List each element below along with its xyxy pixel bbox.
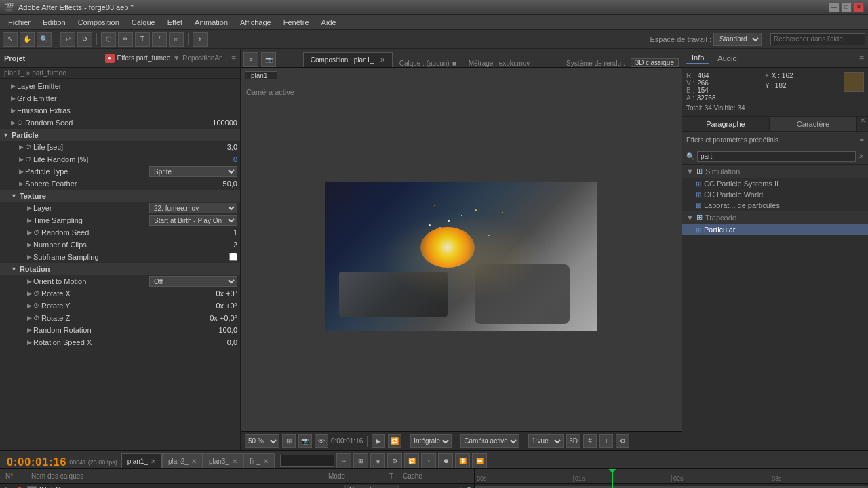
toggle-grid-btn[interactable]: # bbox=[583, 434, 597, 448]
prop-row-life-[sec][interactable]: ▶⏱Life [sec]3,0 bbox=[0, 141, 240, 153]
tl-tool-6[interactable]: ◦ bbox=[421, 453, 436, 468]
trapcode-category[interactable]: ▼ ⊞ Trapcode bbox=[682, 211, 868, 224]
timeline-search[interactable] bbox=[280, 455, 334, 467]
prop-row-rotate-y[interactable]: ▶⏱Rotate Y0x +0° bbox=[0, 300, 240, 312]
menu-aide[interactable]: Aide bbox=[316, 17, 342, 28]
quality-select[interactable]: Intégrale Moitié bbox=[410, 434, 452, 448]
paragraph-tab[interactable]: Paragraphe bbox=[682, 117, 770, 131]
prop-row-time-sampling[interactable]: ▶Time SamplingStart at Birth - Play On bbox=[0, 214, 240, 226]
prop-row-particle[interactable]: ▼ Particle bbox=[0, 129, 240, 141]
tl-tool-8[interactable]: ⏬ bbox=[455, 453, 470, 468]
tool-select[interactable]: ↖ bbox=[3, 32, 18, 47]
particular-item[interactable]: ⊞ Particular bbox=[682, 224, 868, 235]
menu-fichier[interactable]: Fichier bbox=[3, 17, 36, 28]
menu-edition[interactable]: Edition bbox=[37, 17, 71, 28]
timeline-tab-fin[interactable]: fin_ ✕ bbox=[243, 453, 275, 468]
menu-fenetre[interactable]: Fenêtre bbox=[278, 17, 315, 28]
prop-row-rotation-speed-x[interactable]: ▶Rotation Speed X0,0 bbox=[0, 336, 240, 348]
prop-checkbox[interactable] bbox=[229, 253, 237, 261]
timeline-tab-plan3[interactable]: plan3_ ✕ bbox=[203, 453, 243, 468]
comp-tab-plan1-close[interactable]: ✕ bbox=[380, 56, 385, 64]
panel-menu-icon[interactable]: ≡ bbox=[231, 54, 236, 63]
toggle-guides-btn[interactable]: + bbox=[599, 434, 613, 448]
close-button[interactable]: ✕ bbox=[853, 3, 864, 12]
effects-dropdown-icon[interactable]: ▼ bbox=[173, 54, 180, 62]
tool-move[interactable]: ✋ bbox=[20, 32, 35, 47]
tool-stamp[interactable]: ⎄ bbox=[169, 32, 184, 47]
tl-tab-plan3-close[interactable]: ✕ bbox=[232, 458, 237, 465]
audio-tab[interactable]: Audio bbox=[712, 53, 742, 64]
tl-tool-9[interactable]: ⏩ bbox=[472, 453, 487, 468]
prop-row-random-seed[interactable]: ▶⏱Random Seed1 bbox=[0, 226, 240, 239]
tl-tool-5[interactable]: 🔁 bbox=[404, 453, 419, 468]
search-clear-btn[interactable]: ✕ bbox=[859, 152, 864, 160]
help-search-input[interactable] bbox=[770, 33, 865, 45]
tl-tool-1[interactable]: ↔ bbox=[336, 453, 351, 468]
tool-puppet[interactable]: ⌖ bbox=[193, 32, 208, 47]
tl-tool-4[interactable]: ⚙ bbox=[387, 453, 402, 468]
prop-row-grid-emitter[interactable]: ▶Grid Emitter bbox=[0, 92, 240, 104]
menu-affichage[interactable]: Affichage bbox=[235, 17, 277, 28]
menu-animation[interactable]: Animation bbox=[189, 17, 233, 28]
tool-pen[interactable]: ✏ bbox=[118, 32, 133, 47]
tl-tab-fin-close[interactable]: ✕ bbox=[263, 458, 269, 465]
prop-row-rotation[interactable]: ▼ Rotation bbox=[0, 263, 240, 275]
prop-row-texture[interactable]: ▼ Texture bbox=[0, 190, 240, 202]
character-tab[interactable]: Caractère bbox=[770, 117, 857, 131]
ep-menu[interactable]: ≡ bbox=[860, 136, 864, 144]
tl-tool-3[interactable]: ◈ bbox=[370, 453, 385, 468]
views-select[interactable]: 1 vue 2 vues bbox=[528, 434, 564, 448]
char-close-btn[interactable]: ✕ bbox=[857, 117, 868, 131]
prop-row-orient-to-motion[interactable]: ▶Orient to MotionOff bbox=[0, 275, 240, 287]
zoom-select[interactable]: 50 % 100 % bbox=[245, 434, 279, 448]
maximize-button[interactable]: □ bbox=[841, 3, 852, 12]
simulation-category[interactable]: ▼ ⊞ Simulation bbox=[682, 165, 868, 178]
comp-menu-btn[interactable]: ≡ bbox=[243, 52, 258, 67]
prop-dropdown[interactable]: Start at Birth - Play On bbox=[149, 215, 237, 226]
tool-rotate[interactable]: ↩ bbox=[60, 32, 75, 47]
prop-row-number-of-clips[interactable]: ▶Number of Clips2 bbox=[0, 239, 240, 251]
snapshot-btn[interactable]: 📷 bbox=[298, 434, 312, 448]
menu-effet[interactable]: Effet bbox=[162, 17, 188, 28]
playhead[interactable] bbox=[612, 469, 613, 488]
tl-tool-2[interactable]: ⊞ bbox=[353, 453, 368, 468]
comp-tab-plan1[interactable]: Composition : plan1_ ✕ bbox=[303, 52, 393, 67]
prop-row-rotate-z[interactable]: ▶⏱Rotate Z0x +0,0° bbox=[0, 312, 240, 324]
prop-row-particle-type[interactable]: ▶Particle TypeSprite bbox=[0, 165, 240, 178]
prop-row-subframe-sampling[interactable]: ▶Subframe Sampling bbox=[0, 251, 240, 263]
prop-row-sphere-feather[interactable]: ▶Sphere Feather50,0 bbox=[0, 178, 240, 190]
right-panel-menu[interactable]: ≡ bbox=[859, 54, 864, 63]
menu-composition[interactable]: Composition bbox=[73, 17, 125, 28]
viewer-tab[interactable]: plan1_ bbox=[245, 71, 277, 79]
prop-dropdown[interactable]: Sprite bbox=[149, 166, 237, 177]
play-btn[interactable]: ▶ bbox=[372, 434, 385, 448]
menu-calque[interactable]: Calque bbox=[126, 17, 161, 28]
tl-tab-plan2-close[interactable]: ✕ bbox=[191, 458, 197, 465]
camera-select[interactable]: Caméra active bbox=[460, 434, 519, 448]
prop-dropdown[interactable]: Off bbox=[149, 276, 237, 287]
prop-row-emission-extras[interactable]: ▶Emission Extras bbox=[0, 104, 240, 117]
prop-row-random-rotation[interactable]: ▶Random Rotation100,0 bbox=[0, 324, 240, 336]
tool-undo[interactable]: ↺ bbox=[77, 32, 92, 47]
timeline-tab-plan2[interactable]: plan2_ ✕ bbox=[162, 453, 203, 468]
render-mode-btn[interactable]: 3D classique bbox=[631, 58, 679, 67]
info-tab[interactable]: Info bbox=[686, 52, 709, 64]
prop-row-layer-emitter[interactable]: ▶Layer Emitter bbox=[0, 80, 240, 92]
render-settings-btn[interactable]: ⚙ bbox=[616, 434, 629, 448]
layer-1-mode-select[interactable]: Normal bbox=[344, 485, 399, 489]
comp-camera-btn[interactable]: 📷 bbox=[261, 52, 276, 67]
workarea-select[interactable]: Standard bbox=[713, 33, 762, 46]
prop-row-life-random-[%][interactable]: ▶⏱Life Random [%]0 bbox=[0, 153, 240, 165]
show-snapshot-btn[interactable]: 👁 bbox=[315, 434, 328, 448]
prop-row-random-seed[interactable]: ▶⏱Random Seed100000 bbox=[0, 117, 240, 129]
fit-viewer-btn[interactable]: ⊞ bbox=[282, 434, 296, 448]
minimize-button[interactable]: — bbox=[829, 3, 840, 12]
prop-row-layer[interactable]: ▶Layer22. fumee.mov bbox=[0, 202, 240, 214]
tool-shape[interactable]: ⬡ bbox=[101, 32, 116, 47]
tool-zoom[interactable]: 🔍 bbox=[37, 32, 52, 47]
timeline-tab-plan1[interactable]: plan1_ ✕ bbox=[121, 453, 162, 468]
tool-brush[interactable]: / bbox=[152, 32, 167, 47]
cc-particle-systems-item[interactable]: ⊞ CC Particle Systems II bbox=[682, 178, 868, 189]
cc-particle-world-item[interactable]: ⊞ CC Particle World bbox=[682, 189, 868, 200]
toggle-3d-btn[interactable]: 3D bbox=[566, 434, 580, 448]
